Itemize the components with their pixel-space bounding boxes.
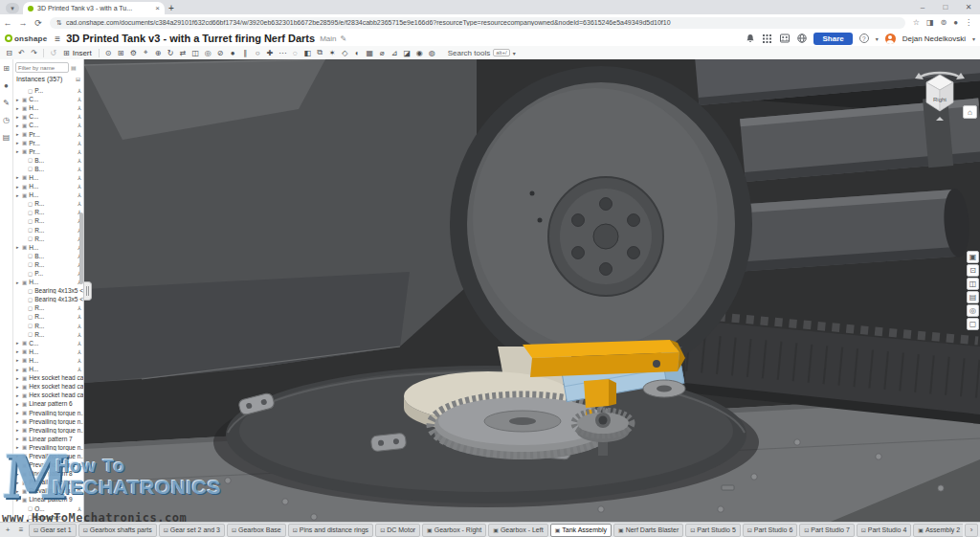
expand-caret-icon[interactable]: ▸ [16,192,20,198]
mirror-icon[interactable]: ◧ [301,49,314,57]
group-icon[interactable]: ⊞ [115,49,127,57]
workspace-name[interactable]: Main [320,34,336,43]
menu-kebab-icon[interactable]: ⋮ [965,18,972,27]
view-cube[interactable]: Right [911,63,969,123]
pin-slot-mate-icon[interactable]: ⊘ [214,49,227,57]
back-button[interactable]: ← [0,18,15,28]
instance-row[interactable]: ▢Bearing 4x13x5 <3... [19,295,83,303]
insert-button[interactable]: ⊞ Insert [63,49,92,57]
instance-row[interactable]: ▸▣Pr...⅄ [13,129,83,138]
expand-caret-icon[interactable]: ▸ [16,148,20,154]
document-menu-icon[interactable]: ≡ [55,34,60,44]
instance-row[interactable]: ▸▣Prevailing torque n... [13,478,83,486]
user-avatar[interactable] [885,34,896,44]
zoom-window-icon[interactable]: ▣ [967,251,979,263]
expand-caret-icon[interactable]: ▸ [16,471,20,477]
instance-row[interactable]: ▢P...⅄ [19,269,83,278]
instance-row[interactable]: ▸▣Prevailing torque n... [13,452,83,460]
expand-caret-icon[interactable]: ▸ [16,105,20,111]
rotate-down-arrow-icon[interactable] [936,117,944,121]
instance-row[interactable]: ▸▣H...⅄ [13,190,83,199]
appearance-icon[interactable]: ◉ [413,49,426,57]
expand-caret-icon[interactable]: ▸ [16,462,20,468]
document-tab-tank-assembly[interactable]: ▣Tank Assembly [550,524,612,537]
minimize-button[interactable]: – [911,0,934,13]
expand-caret-icon[interactable]: ▸ [16,444,20,450]
replicate-icon[interactable]: ⧉ [314,48,326,57]
side-panel-icon[interactable]: ◨ [926,18,934,27]
instance-row[interactable]: ▢R...⅄ [19,312,83,321]
instance-row[interactable]: ▸▣H...⅄ [13,243,83,252]
instance-row[interactable]: ▸▣H...⅄ [13,365,83,373]
filter-list-icon[interactable]: ▤ [71,64,77,71]
fastened-mate-icon[interactable]: ⊕ [152,49,165,57]
instance-row[interactable]: ▸▣Linear pattern 7 [13,435,83,443]
expand-caret-icon[interactable]: ▸ [16,280,20,285]
instance-row[interactable]: ▸▣H...⅄ [13,182,83,190]
instance-row[interactable]: ▢R...⅄ [19,199,83,208]
onshape-logo[interactable]: onshape [5,34,47,43]
document-tab-dc-motor[interactable]: ⊡DC Motor [375,524,420,537]
instance-row[interactable]: ▸▣Linear pattern 9 [13,495,83,503]
user-name[interactable]: Dejan Nedelkovski [902,34,966,43]
instance-row[interactable]: ▢R...⅄ [19,216,83,225]
instance-row[interactable]: ▸▣H...⅄ [13,173,83,182]
instance-row[interactable]: ▸▣C...⅄ [13,121,83,129]
instance-row[interactable]: ▸▣Prevailing torque n... [13,460,83,469]
instances-panel-icon[interactable]: ⊞ [3,64,10,73]
share-button[interactable]: Share [813,33,852,45]
expand-caret-icon[interactable]: ▸ [16,357,20,363]
expand-caret-icon[interactable]: ▸ [16,131,20,137]
instance-row[interactable]: ▢R...⅄ [19,330,83,339]
expand-caret-icon[interactable]: ▸ [16,140,20,145]
document-tab-assembly-2[interactable]: ▣Assembly 2 [913,524,963,537]
document-tab-part-studio-4[interactable]: ⊡Part Studio 4 [857,524,912,537]
notifications-bell-icon[interactable] [745,34,755,44]
instance-row[interactable]: ▸▣Pr...⅄ [13,147,83,156]
profile-avatar-icon[interactable]: ● [953,18,958,27]
expand-caret-icon[interactable]: ▸ [16,244,20,250]
instance-row[interactable]: ▸▣H...⅄ [13,356,83,365]
instance-row[interactable]: ▸▣Linear pattern 8 [13,469,83,478]
instance-row[interactable]: ▢R...⅄ [19,303,83,312]
expand-caret-icon[interactable]: ▸ [16,410,20,415]
instance-row[interactable]: ▸▣Prevailing torque n... [13,408,83,416]
expand-caret-icon[interactable]: ▸ [16,367,20,372]
view-cube-face-label[interactable]: Right [933,97,947,102]
assembly-tree-icon[interactable]: ⊟ [3,49,15,57]
comment-icon[interactable]: ◍ [426,49,438,57]
instance-row[interactable]: ▢R...⅄ [19,235,83,243]
turret-cylinder[interactable] [450,66,752,383]
instance-row[interactable]: ▢Launcher... [19,513,83,522]
document-tab-gearbox-right[interactable]: ▣Gearbox - Right [422,524,486,537]
instance-row[interactable]: ▢P...⅄ [19,86,83,95]
instance-row[interactable]: ▸▣C...⅄ [13,95,83,103]
tangent-mate-icon[interactable]: ○ [252,49,264,57]
tab-close-icon[interactable]: × [155,4,160,12]
instance-row[interactable]: ▢B...⅄ [19,156,83,165]
instance-row[interactable]: ▢B...⅄ [19,252,83,260]
extensions-icon[interactable]: ⊚ [940,18,947,27]
versions-panel-icon[interactable]: ◷ [3,116,10,124]
expand-caret-icon[interactable]: ▸ [16,488,20,494]
collapse-all-icon[interactable]: ⊟ [76,76,80,82]
edit-panel-icon[interactable]: ✎ [3,99,10,107]
instance-row[interactable]: ▸▣H...⅄ [13,347,83,356]
parallel-mate-icon[interactable]: ∥ [239,49,252,57]
instance-row[interactable]: ▸▣Prevailing torque n... [13,417,83,426]
named-positions-icon[interactable]: ◇ [339,49,351,57]
instance-row[interactable]: ▸▣Prevailing torque n... [13,486,83,495]
add-tab-button[interactable]: + [2,526,13,534]
display-states-icon[interactable]: ◐ [351,49,364,57]
cylindrical-mate-icon[interactable]: ◎ [202,49,214,57]
expand-caret-icon[interactable]: ▸ [16,114,20,120]
instance-row[interactable]: ▢O...⅄ [19,504,83,513]
help-caret-icon[interactable]: ▾ [876,35,879,42]
document-tab-gear-set-1[interactable]: ⊡Gear set 1 [29,524,77,537]
user-menu-caret-icon[interactable]: ▾ [972,35,975,42]
slider-mate-icon[interactable]: ⇄ [177,49,189,57]
section-view-icon[interactable]: ◪ [401,49,413,57]
measure-icon[interactable]: ⌀ [376,49,389,57]
new-tab-button[interactable]: + [165,2,178,14]
instance-row[interactable]: ▢B...⅄ [19,165,83,173]
